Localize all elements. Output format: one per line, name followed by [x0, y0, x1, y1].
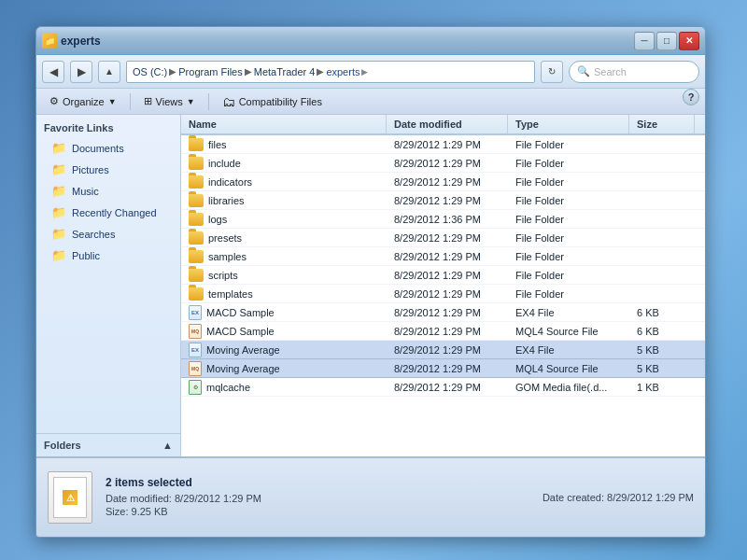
file-name: files [208, 139, 227, 150]
table-row[interactable]: MQ MACD Sample 8/29/2012 1:29 PM MQL4 So… [181, 322, 705, 341]
back-button[interactable]: ◀ [42, 61, 64, 83]
pictures-icon: 📁 [51, 162, 66, 176]
col-header-size[interactable]: Size [629, 115, 695, 133]
file-type: EX4 File [508, 341, 629, 358]
folders-header[interactable]: Folders ▲ [36, 434, 180, 456]
selection-label: 2 items selected [106, 476, 529, 489]
col-header-type[interactable]: Type [508, 115, 629, 133]
table-row[interactable]: EX Moving Average 8/29/2012 1:29 PM EX4 … [181, 341, 705, 359]
ex4-icon: EX [189, 305, 202, 320]
organize-menu[interactable]: ⚙ Organize ▼ [42, 93, 124, 109]
file-icon: ⚙ [189, 380, 202, 395]
music-icon: 📁 [51, 184, 66, 198]
folder-icon [189, 157, 204, 170]
title-controls: ─ □ ✕ [634, 32, 699, 50]
file-name: scripts [208, 270, 238, 281]
col-header-date[interactable]: Date modified [387, 115, 508, 133]
table-row[interactable]: MQ Moving Average 8/29/2012 1:29 PM MQL4… [181, 359, 705, 378]
file-name: samples [208, 251, 247, 262]
table-row[interactable]: indicators 8/29/2012 1:29 PM File Folder [181, 173, 705, 191]
mql4-icon: MQ [189, 324, 202, 339]
sidebar-item-documents[interactable]: 📁 Documents [38, 138, 178, 158]
file-type: EX4 File [508, 303, 629, 321]
path-drive: OS (C:) [133, 66, 167, 77]
views-icon: ⊞ [144, 95, 152, 107]
sidebar-item-recently-changed[interactable]: 📁 Recently Changed [38, 203, 178, 222]
file-type: File Folder [508, 229, 629, 246]
folder-icon [189, 269, 204, 282]
forward-button[interactable]: ▶ [70, 61, 92, 83]
compatibility-icon: 🗂 [222, 94, 235, 109]
table-row[interactable]: include 8/29/2012 1:29 PM File Folder [181, 154, 705, 173]
up-button[interactable]: ▲ [98, 61, 120, 83]
sidebar-item-public[interactable]: 📁 Public [38, 245, 178, 265]
toolbar-separator-2 [208, 93, 209, 110]
views-label: Views [156, 96, 183, 107]
file-date: 8/29/2012 1:29 PM [387, 285, 508, 302]
ex4-icon: EX [189, 343, 202, 357]
file-name: include [208, 158, 241, 169]
views-menu[interactable]: ⊞ Views ▼ [136, 93, 203, 109]
folder-icon [189, 231, 204, 245]
file-date: 8/29/2012 1:29 PM [387, 247, 508, 265]
address-bar[interactable]: OS (C:) ▶ Program Files ▶ MetaTrader 4 ▶… [126, 61, 535, 83]
date-created-label: Date created: [543, 492, 604, 503]
address-path: OS (C:) ▶ Program Files ▶ MetaTrader 4 ▶… [133, 66, 368, 77]
file-name: mqlcache [206, 382, 250, 393]
minimize-button[interactable]: ─ [634, 32, 655, 50]
table-row[interactable]: presets 8/29/2012 1:29 PM File Folder [181, 229, 705, 247]
date-created-value: 8/29/2012 1:29 PM [607, 492, 694, 503]
table-row[interactable]: samples 8/29/2012 1:29 PM File Folder [181, 247, 705, 266]
file-type: File Folder [508, 266, 629, 284]
refresh-button[interactable]: ↻ [541, 61, 563, 83]
col-header-name[interactable]: Name [181, 115, 387, 133]
file-type: File Folder [508, 210, 629, 228]
file-date: 8/29/2012 1:36 PM [387, 210, 508, 228]
folder-icon [189, 194, 204, 207]
table-row[interactable]: EX MACD Sample 8/29/2012 1:29 PM EX4 Fil… [181, 303, 705, 322]
file-size [629, 135, 695, 153]
folder-icon [189, 175, 204, 189]
file-size [629, 285, 695, 302]
toolbar-separator-1 [130, 93, 131, 110]
sidebar-item-public-label: Public [72, 250, 100, 261]
table-row[interactable]: libraries 8/29/2012 1:29 PM File Folder [181, 191, 705, 210]
file-list-header: Name Date modified Type Size [181, 115, 705, 135]
search-box[interactable]: 🔍 Search [569, 61, 699, 83]
file-size: 6 KB [629, 322, 695, 340]
file-date: 8/29/2012 1:29 PM [387, 191, 508, 209]
bottom-panel: ⚠ 2 items selected Date modified: 8/29/2… [36, 456, 705, 537]
file-date: 8/29/2012 1:29 PM [387, 341, 508, 358]
folder-icon [189, 287, 204, 301]
file-name: indicators [208, 176, 252, 188]
table-row[interactable]: ⚙ mqlcache 8/29/2012 1:29 PM GOM Media f… [181, 378, 705, 397]
main-content: Favorite Links 📁 Documents 📁 Pictures 📁 … [36, 115, 705, 456]
table-row[interactable]: scripts 8/29/2012 1:29 PM File Folder [181, 266, 705, 285]
window-title: experts [61, 35, 101, 48]
file-date: 8/29/2012 1:29 PM [387, 378, 508, 396]
sidebar-item-searches[interactable]: 📁 Searches [38, 224, 178, 244]
compatibility-button[interactable]: 🗂 Compatibility Files [215, 92, 330, 111]
file-date: 8/29/2012 1:29 PM [387, 266, 508, 284]
table-row[interactable]: templates 8/29/2012 1:29 PM File Folder [181, 285, 705, 303]
size-detail: Size: 9.25 KB [106, 506, 529, 517]
table-row[interactable]: logs 8/29/2012 1:36 PM File Folder [181, 210, 705, 229]
sidebar-item-pictures[interactable]: 📁 Pictures [38, 160, 178, 179]
file-size [629, 191, 695, 209]
file-size: 5 KB [629, 341, 695, 358]
path-programfiles: Program Files [178, 66, 242, 77]
file-size [629, 154, 695, 172]
date-modified-detail: Date modified: 8/29/2012 1:29 PM [106, 493, 529, 504]
file-list-area: Name Date modified Type Size files 8/29/… [181, 115, 705, 456]
close-button[interactable]: ✕ [679, 32, 699, 50]
favorite-links-title: Favorite Links [36, 115, 180, 137]
maximize-button[interactable]: □ [656, 32, 677, 50]
help-button[interactable]: ? [683, 89, 699, 105]
sidebar-item-music[interactable]: 📁 Music [38, 181, 178, 201]
search-icon: 🔍 [577, 65, 590, 77]
table-row[interactable]: files 8/29/2012 1:29 PM File Folder [181, 135, 705, 154]
title-bar-left: 📁 experts [42, 34, 634, 49]
date-modified-label: Date modified: [106, 493, 172, 504]
folder-icon [189, 250, 204, 263]
file-date: 8/29/2012 1:29 PM [387, 154, 508, 172]
